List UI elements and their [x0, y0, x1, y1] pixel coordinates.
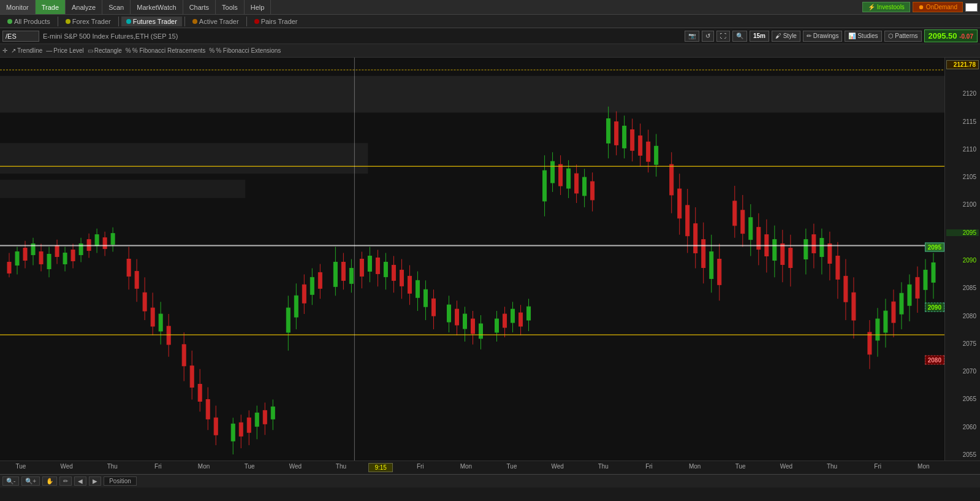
time-label-fri2: Fri: [402, 463, 439, 472]
investools-icon: ⚡: [868, 4, 875, 10]
chart-area[interactable]: 2015 © TD Ameritrade IP Company, Inc. .c…: [0, 58, 980, 461]
svg-rect-189: [836, 256, 840, 280]
nav-pairs-trader[interactable]: Pairs Trader: [249, 17, 303, 26]
nav-marketwatch[interactable]: MarketWatch: [131, 0, 183, 14]
nav-futures-trader[interactable]: Futures Trader: [121, 17, 182, 26]
scroll-right-button[interactable]: ▶: [89, 476, 101, 486]
nav-forex-trader[interactable]: Forex Trader: [61, 17, 116, 26]
crosshair-tool[interactable]: ✛: [2, 47, 7, 54]
svg-rect-0: [0, 58, 944, 461]
svg-rect-15: [47, 254, 51, 269]
time-label-wed1: Wed: [48, 463, 85, 472]
current-price-badge: 2095: [925, 242, 944, 251]
price-label-2105: 2105: [946, 174, 979, 180]
svg-rect-155: [686, 205, 689, 236]
time-axis: Tue Wed Thu Fri Mon Tue Wed Thu 9:15 Fri…: [0, 461, 980, 474]
time-label-wed4: Wed: [768, 463, 805, 472]
svg-rect-165: [733, 201, 737, 226]
red-level-badge-top: 2080: [925, 355, 944, 364]
svg-rect-59: [247, 418, 251, 432]
nav-trade[interactable]: Trade: [36, 0, 66, 14]
nav-scan[interactable]: Scan: [102, 0, 131, 14]
style-button[interactable]: 🖌 Style: [772, 31, 800, 42]
zoom-button[interactable]: 🔍: [732, 31, 747, 42]
svg-rect-145: [639, 136, 642, 155]
price-label-2065: 2065: [946, 396, 979, 402]
all-products-dot: [7, 19, 12, 24]
svg-rect-87: [376, 258, 379, 274]
svg-rect-169: [749, 218, 753, 240]
refresh-button[interactable]: ↺: [702, 31, 714, 42]
ondemand-button[interactable]: ⏺ OnDemand: [913, 2, 963, 12]
price-label-2055: 2055: [946, 451, 979, 458]
zoom-out-button[interactable]: 🔍-: [2, 476, 19, 486]
price-label-2100: 2100: [946, 201, 979, 208]
price-label-2120: 2120: [946, 90, 979, 97]
trendline-icon: ↗: [11, 47, 16, 54]
svg-rect-119: [519, 313, 523, 326]
svg-rect-81: [349, 268, 353, 283]
price-label-2085: 2085: [946, 285, 979, 291]
svg-rect-137: [607, 119, 610, 143]
studies-button[interactable]: 📊 Studies: [845, 31, 881, 42]
svg-rect-65: [271, 407, 275, 419]
position-tab[interactable]: Position: [104, 476, 137, 486]
svg-rect-167: [741, 210, 745, 234]
fullscreen-button[interactable]: ⛶: [716, 31, 730, 42]
svg-rect-73: [310, 277, 314, 294]
svg-rect-41: [159, 314, 162, 331]
patterns-button[interactable]: ⬡ Patterns: [884, 31, 922, 42]
price-label-2080: 2080: [946, 313, 979, 319]
timeframe-selector[interactable]: 15m: [750, 31, 769, 42]
zoom-in-button[interactable]: 🔍+: [21, 476, 40, 486]
time-label-mon4: Mon: [905, 463, 942, 472]
nav-help[interactable]: Help: [245, 0, 272, 14]
investools-button[interactable]: ⚡ Investools: [862, 2, 910, 12]
svg-rect-53: [214, 418, 218, 435]
svg-rect-63: [263, 410, 267, 424]
camera-button[interactable]: 📷: [685, 31, 699, 42]
svg-rect-79: [341, 262, 345, 280]
nav-active-trader[interactable]: Active Trader: [188, 17, 244, 26]
price-label-2090: 2090: [946, 257, 979, 264]
svg-rect-159: [702, 240, 705, 268]
svg-rect-135: [591, 182, 594, 200]
symbol-input[interactable]: [2, 31, 39, 42]
scroll-left-button[interactable]: ◀: [74, 476, 86, 486]
rectangle-tool[interactable]: ▭ Rectangle: [88, 47, 122, 54]
nav-analyze[interactable]: Analyze: [66, 0, 102, 14]
svg-rect-37: [143, 293, 146, 311]
svg-rect-153: [678, 189, 682, 218]
time-label-wed2: Wed: [277, 463, 314, 472]
time-label-wed3: Wed: [539, 463, 576, 472]
drawings-button[interactable]: ✏ Drawings: [803, 31, 842, 42]
pricelevel-tool[interactable]: — Price Level: [46, 47, 83, 54]
time-label-tue3: Tue: [493, 463, 530, 472]
svg-rect-127: [559, 164, 563, 186]
chart-title: E-mini S&P 500 Index Futures,ETH (SEP 15…: [43, 33, 178, 40]
svg-rect-29: [103, 238, 107, 249]
time-label-tue2: Tue: [231, 463, 268, 472]
price-label-2075: 2075: [946, 340, 979, 347]
nav-charts[interactable]: Charts: [183, 0, 216, 14]
svg-rect-107: [463, 314, 466, 329]
pencil-tool-button[interactable]: ✏: [59, 476, 72, 486]
nav-monitor[interactable]: Monitor: [0, 0, 36, 14]
trendline-tool[interactable]: ↗ Trendline: [11, 47, 42, 54]
fib-extensions-tool[interactable]: % % Fibonacci Extensions: [209, 47, 281, 54]
svg-rect-199: [884, 311, 887, 332]
nav-tools[interactable]: Tools: [216, 0, 245, 14]
nav-all-products[interactable]: All Products: [2, 17, 55, 26]
price-label-2070: 2070: [946, 368, 979, 375]
svg-rect-129: [567, 169, 571, 188]
svg-rect-2: [0, 143, 368, 174]
fib-retracements-tool[interactable]: % % Fibonacci Retracements: [126, 47, 205, 54]
svg-rect-91: [392, 265, 395, 280]
svg-rect-175: [773, 240, 777, 261]
svg-rect-115: [503, 314, 507, 327]
svg-rect-201: [892, 302, 895, 323]
hand-tool-button[interactable]: ✋: [42, 476, 57, 486]
time-label-thu3: Thu: [585, 463, 621, 472]
svg-rect-97: [416, 280, 419, 297]
svg-rect-21: [71, 250, 75, 261]
